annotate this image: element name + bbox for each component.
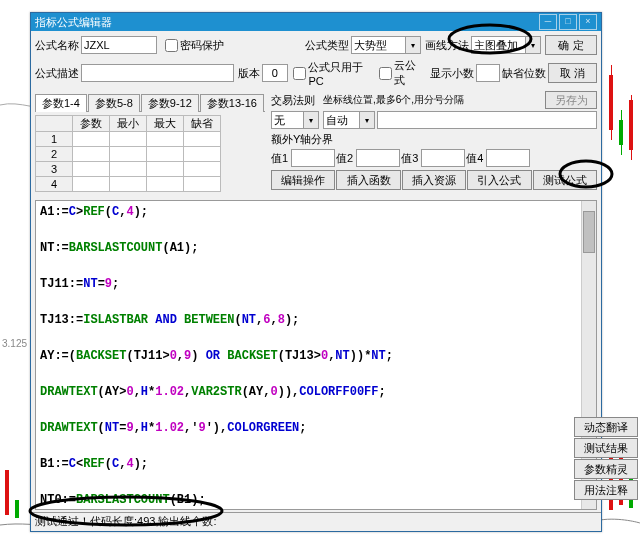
side-button-column: 动态翻译 测试结果 参数精灵 用法注释 [574,417,638,500]
code-line: NT0:=BARSLASTCOUNT(B1); [40,491,592,509]
code-line: DRAWTEXT(AY>0,H*1.02,VAR2STR(AY,0)),COLO… [40,383,592,401]
minimize-button[interactable]: ─ [539,14,557,30]
bg-price-label: 3.125 [2,338,27,349]
tab-params-13-16[interactable]: 参数13-16 [200,94,264,112]
axis-select[interactable]: 自动▾ [323,111,375,129]
type-label: 公式类型 [305,38,349,53]
code-line: A1:=C>REF(C,4); [40,203,592,221]
formula-editor-window: 指标公式编辑器 ─ □ × 公式名称 密码保护 公式类型 大势型▾ 画线方法 主… [30,12,602,532]
insert-res-button[interactable]: 插入资源 [402,170,466,190]
tab-params-5-8[interactable]: 参数5-8 [88,94,140,112]
code-line: TJ13:=ISLASTBAR AND BETWEEN(NT,6,8); [40,311,592,329]
test-formula-button[interactable]: 测试公式 [533,170,597,190]
val1-input[interactable] [291,149,335,167]
window-title: 指标公式编辑器 [35,15,537,30]
code-line: DRAWTEXT(NT=9,H*1.02,'9'),COLORGREEN; [40,419,592,437]
code-line: NT:=BARSLASTCOUNT(A1); [40,239,592,257]
pconly-checkbox[interactable]: 公式只用于PC [293,60,372,87]
dec-input[interactable] [476,64,500,82]
test-result-button[interactable]: 测试结果 [574,438,638,458]
password-checkbox[interactable]: 密码保护 [165,38,224,53]
chevron-down-icon: ▾ [303,112,318,128]
form-area: 公式名称 密码保护 公式类型 大势型▾ 画线方法 主图叠加▾ 确 定 公式描述 … [31,31,601,198]
code-editor[interactable]: A1:=C>REF(C,4); NT:=BARSLASTCOUNT(A1); T… [35,200,597,510]
name-input[interactable] [81,36,157,54]
name-label: 公式名称 [35,38,79,53]
val2-input[interactable] [356,149,400,167]
chevron-down-icon: ▾ [359,112,374,128]
dec-label: 显示小数 [430,66,474,81]
axis-note: 坐标线位置,最多6个,用分号分隔 [323,93,464,107]
edit-ops-button[interactable]: 编辑操作 [271,170,335,190]
saveas-button[interactable]: 另存为 [545,91,597,109]
tab-params-9-12[interactable]: 参数9-12 [141,94,199,112]
close-button[interactable]: × [579,14,597,30]
version-label: 版本 [238,66,260,81]
code-line: TJ11:=NT=9; [40,275,592,293]
chevron-down-icon: ▾ [525,37,540,53]
extray-label: 额外Y轴分界 [271,132,595,147]
rule-select[interactable]: 无▾ [271,111,319,129]
status-bar: 测试通过！代码长度:493,输出线个数: [31,512,601,531]
desc-input[interactable] [81,64,234,82]
import-formula-button[interactable]: 引入公式 [467,170,531,190]
rule-label: 交易法则 [271,93,315,108]
defdec-label: 缺省位数 [502,66,546,81]
drawmode-select[interactable]: 主图叠加▾ [471,36,541,54]
cancel-button[interactable]: 取 消 [548,63,597,83]
insert-func-button[interactable]: 插入函数 [336,170,400,190]
desc-label: 公式描述 [35,66,79,81]
param-tabs: 参数1-4 参数5-8 参数9-12 参数13-16 [35,93,265,112]
version-input[interactable] [262,64,288,82]
chevron-down-icon: ▾ [405,37,420,53]
usage-note-button[interactable]: 用法注释 [574,480,638,500]
type-select[interactable]: 大势型▾ [351,36,421,54]
code-line: B1:=C<REF(C,4); [40,455,592,473]
cloud-checkbox[interactable]: 云公式 [379,58,424,88]
val3-input[interactable] [421,149,465,167]
scrollbar-thumb[interactable] [583,211,595,253]
val4-input[interactable] [486,149,530,167]
tab-params-1-4[interactable]: 参数1-4 [35,94,87,112]
dynamic-translate-button[interactable]: 动态翻译 [574,417,638,437]
titlebar: 指标公式编辑器 ─ □ × [31,13,601,31]
maximize-button[interactable]: □ [559,14,577,30]
param-grid[interactable]: 参数最小最大缺省 1 2 3 4 [35,115,265,192]
code-line: AY:=(BACKSET(TJ11>0,9) OR BACKSET(TJ13>0… [40,347,592,365]
axis-values-input[interactable] [377,111,597,129]
ok-button[interactable]: 确 定 [545,35,597,55]
drawmode-label: 画线方法 [425,38,469,53]
param-wizard-button[interactable]: 参数精灵 [574,459,638,479]
